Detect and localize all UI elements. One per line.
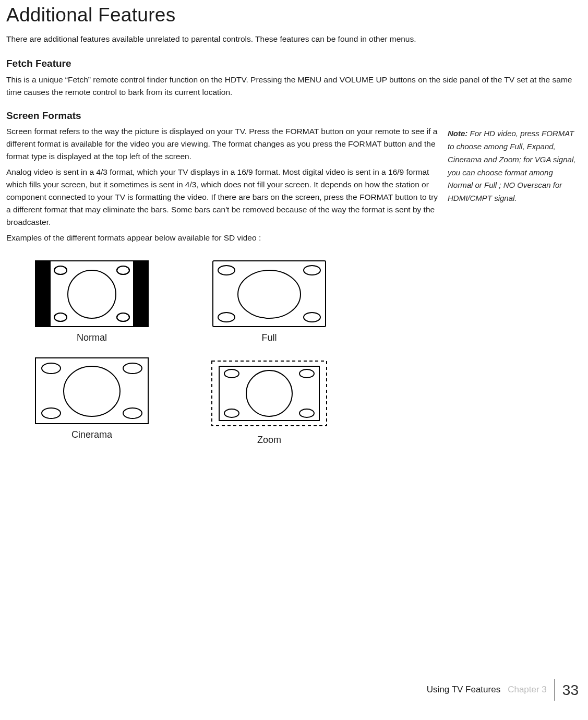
svg-rect-2 [134, 261, 148, 327]
svg-point-30 [246, 370, 292, 416]
svg-point-23 [64, 366, 120, 416]
diagram-cinerama-label: Cinerama [19, 428, 165, 442]
page-title: Additional Features [6, 0, 582, 30]
diagram-cinerama: Cinerama [19, 357, 165, 448]
note-text: For HD video, press FORMAT to choose amo… [448, 129, 575, 202]
diagram-zoom-label: Zoom [196, 433, 342, 448]
svg-rect-18 [35, 358, 148, 424]
footer-divider [554, 679, 555, 701]
svg-point-26 [224, 369, 239, 378]
svg-point-14 [304, 266, 320, 275]
svg-rect-25 [219, 366, 319, 421]
diagram-cinerama-icon [34, 357, 149, 425]
svg-point-27 [299, 369, 314, 378]
svg-point-16 [304, 313, 320, 322]
formats-p1: Screen format refers to the way the pict… [6, 125, 440, 163]
svg-point-19 [42, 363, 61, 374]
diagram-zoom: Zoom [196, 357, 342, 448]
svg-rect-1 [35, 261, 50, 327]
diagram-normal: Normal [19, 260, 165, 345]
formats-p2: Analog video is sent in a 4/3 format, wh… [6, 166, 440, 229]
svg-point-11 [68, 270, 116, 318]
diagram-normal-icon [34, 260, 149, 328]
formats-p3: Examples of the different formats appear… [6, 232, 440, 244]
svg-point-15 [218, 313, 235, 322]
svg-point-17 [238, 270, 301, 318]
svg-point-13 [218, 266, 235, 275]
intro-paragraph: There are additional features available … [6, 33, 582, 45]
fetch-heading: Fetch Feature [6, 56, 582, 71]
diagram-zoom-icon [207, 357, 332, 430]
svg-point-20 [123, 363, 142, 374]
svg-point-29 [299, 409, 314, 417]
footer-chapter: Chapter 3 [508, 683, 547, 697]
svg-point-28 [224, 409, 239, 417]
diagram-full: Full [196, 260, 342, 345]
footer-page-number: 33 [562, 679, 579, 701]
screen-formats-heading: Screen Formats [6, 108, 582, 123]
note-label: Note: [448, 129, 467, 138]
svg-point-22 [123, 408, 142, 418]
svg-point-21 [42, 408, 61, 418]
side-note: Note: For HD video, press FORMAT to choo… [448, 125, 580, 205]
footer-section: Using TV Features [427, 683, 500, 697]
diagram-normal-label: Normal [19, 331, 165, 345]
diagram-full-icon [212, 260, 327, 328]
diagram-full-label: Full [196, 331, 342, 345]
page-footer: Using TV Features Chapter 3 33 [427, 679, 579, 701]
fetch-body: This is a unique “Fetch” remote control … [6, 74, 582, 99]
